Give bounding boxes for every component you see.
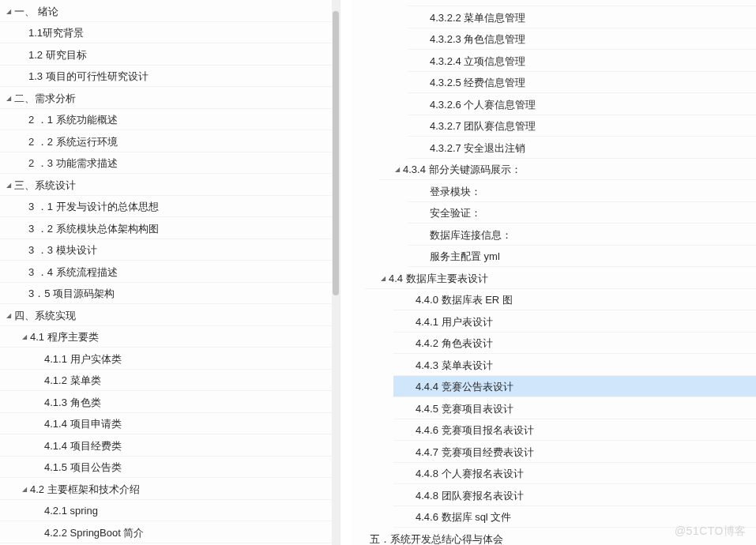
tree-item[interactable]: 3 ．2 系统模块总体架构构图 — [0, 217, 332, 239]
tree-item-label: 安全验证： — [430, 202, 481, 224]
tree-item-label: 3．5 项目源码架构 — [28, 283, 115, 305]
tree-item[interactable]: 4.2.1 spring — [0, 500, 332, 522]
tree-item[interactable]: 3 ．1 开发与设计的总体思想 — [0, 196, 332, 218]
tree-item[interactable]: ◢四、系统实现 — [0, 304, 332, 326]
tree-item-label: 三、系统设计 — [14, 175, 76, 197]
tree-item-label: 4.1.1 用户实体类 — [44, 348, 122, 370]
tree-item[interactable]: 4.4.4 竞赛公告表设计 — [393, 376, 756, 398]
tree-item[interactable]: 1.3 项目的可行性研究设计 — [0, 66, 332, 88]
tree-item-label: 4.2.1 spring — [44, 500, 98, 522]
tree-item[interactable]: 4.3.2.5 经费信息管理 — [408, 72, 756, 94]
tree-item[interactable]: 4.4.7 竞赛项目经费表设计 — [393, 441, 756, 463]
tree-item[interactable]: 4.4.1 用户表设计 — [393, 310, 756, 333]
tree-item[interactable]: 4.1.1 用户实体类 — [0, 348, 332, 370]
tree-item[interactable]: 4.3.2.7 安全退出注销 — [408, 137, 756, 159]
tree-item[interactable]: 4.2.2 SpringBoot 简介 — [0, 521, 332, 543]
tree-item-label: 4.4.4 竞赛公告表设计 — [416, 376, 513, 398]
tree-item-label: 二、需求分析 — [14, 88, 76, 110]
tree-item[interactable]: 4.4.2 角色表设计 — [393, 333, 756, 355]
tree-item[interactable]: 4.4.5 竞赛项目表设计 — [393, 397, 756, 419]
scrollbar-thumb[interactable] — [333, 11, 339, 295]
tree-item[interactable]: 4.4.3 菜单表设计 — [393, 354, 756, 376]
tree-item[interactable]: 3 ．4 系统流程描述 — [0, 261, 332, 283]
tree-item[interactable]: 4.1.4 项目经费类 — [0, 434, 332, 457]
tree-item-label: 1.1研究背景 — [28, 22, 84, 44]
tree-item-label: 4.1 程序主要类 — [30, 326, 99, 348]
tree-item-label: 服务主配置 yml — [430, 246, 500, 268]
tree-item[interactable]: ◢4.3.4 部分关键源码展示： — [379, 159, 756, 181]
expand-arrow-icon[interactable]: ◢ — [6, 177, 12, 194]
tree-item-label: 1.3 项目的可行性研究设计 — [28, 66, 149, 88]
outline-panel-right: 4.3.2.2 菜单信息管理4.3.2.3 角色信息管理4.3.2.4 立项信息… — [352, 0, 756, 545]
tree-item[interactable]: ◢二、需求分析 — [0, 87, 332, 109]
tree-item-label: 4.3.2.5 经费信息管理 — [430, 72, 525, 94]
tree-item[interactable]: 安全验证： — [408, 202, 756, 224]
tree-item[interactable]: ◢4.4 数据库主要表设计 — [365, 267, 756, 289]
outline-tree-left: ◢一、 绪论1.1研究背景1.2 研究目标1.3 项目的可行性研究设计◢二、需求… — [0, 0, 332, 545]
tree-item[interactable]: 3．5 项目源码架构 — [0, 283, 332, 305]
tree-item[interactable]: 登录模块： — [408, 180, 756, 202]
expand-arrow-icon[interactable]: ◢ — [6, 307, 12, 325]
tree-item-label: 五．系统开发总结心得与体会 — [370, 528, 503, 545]
panel-gap — [340, 0, 352, 545]
expand-arrow-icon[interactable]: ◢ — [21, 329, 28, 346]
tree-item[interactable]: 4.4.8 团队赛报名表设计 — [393, 484, 756, 506]
tree-item[interactable]: 4.4.0 数据库表 ER 图 — [393, 289, 756, 311]
tree-item[interactable]: 4.3.2.7 团队赛信息管理 — [408, 115, 756, 137]
tree-item[interactable]: ◢4.1 程序主要类 — [0, 326, 332, 348]
tree-item[interactable]: 4.3.2.4 立项信息管理 — [408, 50, 756, 72]
expand-arrow-icon[interactable]: ◢ — [394, 161, 401, 179]
tree-item-label: 4.3.2.6 个人赛信息管理 — [430, 94, 536, 116]
tree-item-label: 4.4 数据库主要表设计 — [389, 268, 488, 290]
tree-item[interactable]: 2 ．2 系统运行环境 — [0, 130, 332, 152]
tree-item-label: 4.1.4 项目经费类 — [44, 435, 122, 457]
tree-item[interactable]: 4.3.2.3 角色信息管理 — [408, 28, 756, 51]
tree-item-label: 数据库连接信息： — [430, 224, 512, 246]
tree-item[interactable]: 4.1.3 角色类 — [0, 391, 332, 413]
tree-item[interactable]: 4.4.8 个人赛报名表设计 — [393, 463, 756, 485]
tree-item[interactable]: 4.4.6 竞赛项目报名表设计 — [393, 419, 756, 442]
tree-item[interactable]: ◢4.2 主要框架和技术介绍 — [0, 478, 332, 500]
tree-item[interactable]: 4.1.5 项目公告类 — [0, 457, 332, 479]
tree-item-label: 一、 绪论 — [14, 1, 58, 23]
tree-item[interactable]: 4.3.2.6 个人赛信息管理 — [408, 93, 756, 115]
tree-item[interactable]: 2 ．3 功能需求描述 — [0, 152, 332, 175]
tree-item[interactable]: 1.2 研究目标 — [0, 43, 332, 66]
tree-item-label: 4.3.2.4 立项信息管理 — [430, 51, 525, 73]
tree-item-label: 4.3.2.2 菜单信息管理 — [430, 7, 525, 29]
expand-arrow-icon[interactable]: ◢ — [21, 481, 28, 498]
tree-item-label: 4.4.5 竞赛项目表设计 — [416, 398, 513, 420]
tree-item-label: 4.1.4 项目申请类 — [44, 413, 122, 435]
outline-tree-right: 4.3.2.2 菜单信息管理4.3.2.3 角色信息管理4.3.2.4 立项信息… — [442, 0, 756, 545]
tree-item-label: 4.4.3 菜单表设计 — [416, 355, 493, 377]
tree-item-label: 2 ．2 系统运行环境 — [28, 131, 118, 153]
watermark: @51CTO博客 — [675, 524, 747, 539]
expand-arrow-icon[interactable]: ◢ — [6, 90, 12, 107]
tree-item[interactable]: 服务主配置 yml — [408, 246, 756, 268]
tree-item-label: 3 ．3 模块设计 — [28, 239, 97, 261]
tree-item[interactable]: 4.1.4 项目申请类 — [0, 413, 332, 435]
tree-item[interactable]: 数据库连接信息： — [408, 224, 756, 246]
tree-item-label: 4.4.7 竞赛项目经费表设计 — [416, 442, 534, 464]
tree-item-label: 4.2 主要框架和技术介绍 — [30, 479, 140, 501]
tree-item[interactable] — [408, 0, 756, 6]
tree-item-label: 4.4.2 角色表设计 — [416, 333, 493, 355]
expand-arrow-icon[interactable]: ◢ — [380, 270, 386, 288]
tree-item[interactable]: ◢三、系统设计 — [0, 174, 332, 196]
tree-item[interactable]: 3 ．3 模块设计 — [0, 239, 332, 261]
tree-item-label: 登录模块： — [430, 181, 481, 203]
tree-item-label: 4.1.2 菜单类 — [44, 370, 101, 392]
tree-item-label: 3 ．1 开发与设计的总体思想 — [28, 196, 159, 218]
tree-item-label: 2 ．1 系统功能概述 — [28, 109, 118, 131]
tree-item-label: 3 ．2 系统模块总体架构构图 — [28, 218, 159, 240]
tree-item[interactable]: 4.1.2 菜单类 — [0, 370, 332, 392]
tree-item[interactable]: 1.1研究背景 — [0, 22, 332, 44]
tree-item[interactable]: 2 ．1 系统功能概述 — [0, 109, 332, 131]
tree-item-label: 4.4.6 数据库 sql 文件 — [416, 506, 511, 528]
tree-item-label: 4.3.2.7 安全退出注销 — [430, 137, 525, 160]
expand-arrow-icon[interactable]: ◢ — [6, 3, 12, 21]
tree-item-label: 4.1.3 角色类 — [44, 392, 101, 414]
tree-item[interactable]: ◢一、 绪论 — [0, 0, 332, 22]
scrollbar-left[interactable] — [332, 0, 340, 545]
tree-item[interactable]: 4.3.2.2 菜单信息管理 — [408, 6, 756, 28]
